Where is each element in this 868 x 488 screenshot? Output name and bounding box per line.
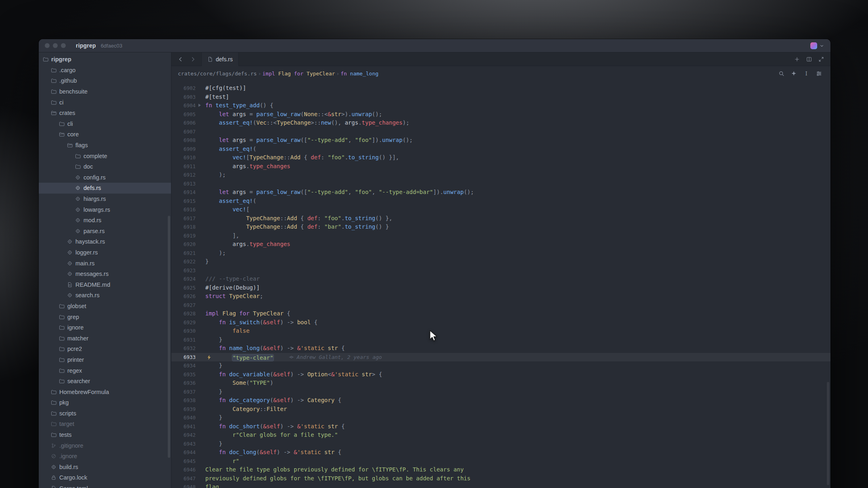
- code-line-6913[interactable]: 6913: [171, 179, 830, 188]
- code-line-6937[interactable]: 6937 }: [171, 388, 830, 396]
- sidebar-item-ignore[interactable]: ignore: [39, 322, 171, 333]
- code-action-bolt-icon[interactable]: [207, 355, 211, 360]
- sidebar-item-ci[interactable]: ci: [39, 97, 171, 108]
- split-pane-button[interactable]: [804, 54, 814, 65]
- breadcrumb-segment[interactable]: for: [291, 71, 307, 77]
- sidebar-item-matcher[interactable]: matcher: [39, 333, 171, 344]
- code-line-6933[interactable]: 6933 "type-clear"Andrew Gallant, 2 years…: [171, 353, 830, 362]
- sidebar-item-lowargs-rs[interactable]: lowargs.rs: [39, 204, 171, 215]
- code-line-6947[interactable]: 6947previously defined globs for the \fI…: [171, 474, 830, 483]
- chevron-down-icon[interactable]: [820, 44, 824, 48]
- sidebar-item-readme-md[interactable]: README.md: [39, 279, 171, 290]
- sidebar-item-benchsuite[interactable]: benchsuite: [39, 86, 171, 97]
- code-line-6935[interactable]: 6935 fn doc_variable(&self) -> Option<&'…: [171, 370, 830, 379]
- code-line-6916[interactable]: 6916 vec![: [171, 205, 830, 214]
- code-line-6924[interactable]: 6924/// --type-clear: [171, 275, 830, 284]
- code-line-6923[interactable]: 6923: [171, 266, 830, 275]
- code-line-6918[interactable]: 6918 TypeChange::Add { def: "bar".to_str…: [171, 223, 830, 231]
- project-name[interactable]: ripgrep: [76, 42, 96, 49]
- code-line-6908[interactable]: 6908 let args = parse_low_raw(["--type-a…: [171, 136, 830, 145]
- close-button[interactable]: [45, 43, 50, 48]
- sidebar-item-complete[interactable]: complete: [39, 150, 171, 161]
- sidebar-item-grep[interactable]: grep: [39, 311, 171, 322]
- code-line-6903[interactable]: 6903#[test]: [171, 93, 830, 102]
- code-line-6906[interactable]: 6906 assert_eq!(Vec::<TypeChange>::new()…: [171, 119, 830, 127]
- sidebar-item-messages-rs[interactable]: messages.rs: [39, 269, 171, 279]
- maximize-pane-button[interactable]: [816, 54, 826, 65]
- sidebar-item-flags[interactable]: flags: [39, 140, 171, 151]
- code-line-6927[interactable]: 6927: [171, 301, 830, 310]
- code-line-6946[interactable]: 6946Clear the file type globs previously…: [171, 465, 830, 474]
- sidebar-item-searcher[interactable]: searcher: [39, 376, 171, 387]
- new-tab-button[interactable]: [792, 54, 802, 65]
- code-line-6930[interactable]: 6930 false: [171, 327, 830, 336]
- sidebar-item-cargo-lock[interactable]: Cargo.lock: [39, 472, 171, 483]
- sidebar-item-defs-rs[interactable]: defs.rs: [39, 183, 171, 194]
- sidebar-item-parse-rs[interactable]: parse.rs: [39, 226, 171, 237]
- breadcrumb-segment[interactable]: crates/core/flags/defs.rs: [178, 71, 257, 77]
- sidebar-item--ignore[interactable]: .ignore: [39, 451, 171, 462]
- sidebar-scrollbar[interactable]: [168, 216, 170, 458]
- code-line-6919[interactable]: 6919 ],: [171, 231, 830, 240]
- code-line-6925[interactable]: 6925#[derive(Debug)]: [171, 284, 830, 292]
- code-line-6905[interactable]: 6905 let args = parse_low_raw(None::<&st…: [171, 110, 830, 119]
- cursor-mode-indicator[interactable]: I: [802, 69, 811, 78]
- code-line-6920[interactable]: 6920 args.type_changes: [171, 240, 830, 249]
- user-avatar[interactable]: [810, 42, 817, 49]
- sidebar-item-pkg[interactable]: pkg: [39, 397, 171, 408]
- sidebar-item-logger-rs[interactable]: logger.rs: [39, 247, 171, 258]
- sidebar-item--gitignore[interactable]: .gitignore: [39, 440, 171, 451]
- code-line-6939[interactable]: 6939 Category::Filter: [171, 405, 830, 414]
- fold-marker-icon[interactable]: [198, 103, 201, 107]
- breadcrumb-segment[interactable]: name_long: [350, 71, 378, 77]
- sidebar-item-tests[interactable]: tests: [39, 430, 171, 440]
- code-line-6904[interactable]: 6904fn test_type_add() {: [171, 101, 830, 110]
- code-line-6915[interactable]: 6915 assert_eq!(: [171, 197, 830, 206]
- breadcrumb-segment[interactable]: fn: [340, 71, 350, 77]
- sidebar-item-core[interactable]: core: [39, 129, 171, 140]
- sidebar-item-hiargs-rs[interactable]: hiargs.rs: [39, 194, 171, 204]
- sidebar-item-config-rs[interactable]: config.rs: [39, 172, 171, 183]
- buffer-search-button[interactable]: [777, 69, 786, 78]
- sidebar-item-build-rs[interactable]: build.rs: [39, 462, 171, 473]
- zoom-button[interactable]: [61, 43, 66, 48]
- code-line-6909[interactable]: 6909 assert_eq!(: [171, 145, 830, 154]
- code-line-6940[interactable]: 6940 }: [171, 413, 830, 422]
- sidebar-item-target[interactable]: target: [39, 419, 171, 430]
- code-line-6944[interactable]: 6944 fn doc_long(&self) -> &'static str …: [171, 448, 830, 457]
- sidebar-item-regex[interactable]: regex: [39, 365, 171, 376]
- minimize-button[interactable]: [53, 43, 58, 48]
- sidebar-item-scripts[interactable]: scripts: [39, 408, 171, 419]
- nav-back-button[interactable]: [175, 54, 186, 65]
- code-line-6921[interactable]: 6921 );: [171, 249, 830, 258]
- nav-forward-button[interactable]: [188, 54, 198, 65]
- sidebar-item-ripgrep[interactable]: ripgrep: [39, 54, 171, 65]
- sidebar-item-haystack-rs[interactable]: haystack.rs: [39, 236, 171, 247]
- code-line-6936[interactable]: 6936 Some("TYPE"): [171, 379, 830, 388]
- editor-scrollbar[interactable]: [827, 382, 829, 485]
- code-line-6932[interactable]: 6932 fn name_long(&self) -> &'static str…: [171, 344, 830, 353]
- sidebar-item-pcre2[interactable]: pcre2: [39, 344, 171, 355]
- sidebar-item-globset[interactable]: globset: [39, 301, 171, 312]
- sidebar-item-crates[interactable]: crates: [39, 108, 171, 119]
- breadcrumb-segment[interactable]: Flag: [278, 71, 291, 77]
- inline-assist-button[interactable]: [789, 69, 798, 78]
- code-line-6928[interactable]: 6928impl Flag for TypeClear {: [171, 309, 830, 318]
- sidebar-item-printer[interactable]: printer: [39, 355, 171, 365]
- code-line-6914[interactable]: 6914 let args = parse_low_raw(["--type-a…: [171, 188, 830, 197]
- sidebar-item-mod-rs[interactable]: mod.rs: [39, 215, 171, 226]
- sidebar-item-cargo-toml[interactable]: Cargo.toml: [39, 483, 171, 488]
- code-line-6907[interactable]: 6907: [171, 127, 830, 136]
- titlebar[interactable]: ripgrep 6dfaec03: [39, 39, 830, 52]
- code-line-6911[interactable]: 6911 args.type_changes: [171, 162, 830, 171]
- code-line-6942[interactable]: 6942 r"Clear globs for a file type.": [171, 431, 830, 440]
- code-line-6912[interactable]: 6912 );: [171, 171, 830, 179]
- sidebar-item-main-rs[interactable]: main.rs: [39, 258, 171, 269]
- code-line-6938[interactable]: 6938 fn doc_category(&self) -> Category …: [171, 396, 830, 405]
- sidebar-item--cargo[interactable]: .cargo: [39, 65, 171, 76]
- tab-defs-rs[interactable]: defs.rs: [201, 52, 239, 66]
- code-line-6931[interactable]: 6931 }: [171, 336, 830, 344]
- code-line-6948[interactable]: 6948flag: [171, 483, 830, 488]
- sidebar-item-homebrewformula[interactable]: HomebrewFormula: [39, 386, 171, 397]
- editor[interactable]: 6902#[cfg(test)]6903#[test]6904fn test_t…: [171, 81, 830, 488]
